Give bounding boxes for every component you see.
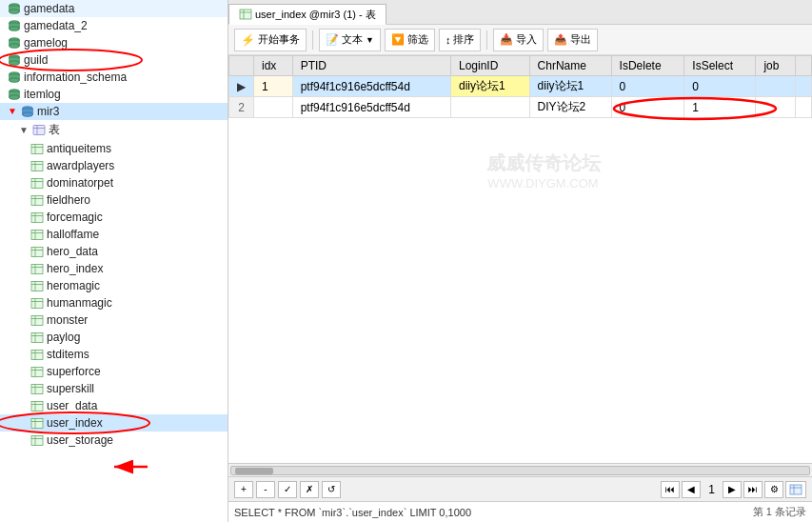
sidebar-item-mir3[interactable]: ▼ mir3 bbox=[0, 103, 228, 120]
sidebar-label-fieldhero: fieldhero bbox=[47, 193, 90, 207]
filter-icon: 🔽 bbox=[391, 33, 405, 46]
pagination-settings-button[interactable]: ⚙ bbox=[764, 481, 783, 498]
col-idx[interactable]: idx bbox=[254, 56, 293, 76]
sidebar-item-fieldhero[interactable]: fieldhero bbox=[0, 191, 228, 209]
transaction-button[interactable]: ⚡ 开始事务 bbox=[234, 29, 307, 51]
table-row[interactable]: 2 ptf94f1c916e5dcff54d DIY论坛2 0 1 bbox=[229, 97, 812, 118]
cell-filler-1 bbox=[796, 76, 812, 97]
sidebar-item-halloffame[interactable]: halloffame bbox=[0, 226, 228, 243]
col-isselect[interactable]: IsSelect bbox=[684, 56, 756, 76]
cancel-button[interactable]: ✗ bbox=[300, 481, 319, 498]
col-chrname[interactable]: ChrName bbox=[529, 56, 611, 76]
text-button[interactable]: 📝 文本 ▼ bbox=[319, 29, 381, 51]
sidebar-label-stditems: stditems bbox=[47, 348, 89, 361]
toolbar: ⚡ 开始事务 📝 文本 ▼ 🔽 筛选 ↕ 排序 📥 导入 bbox=[228, 25, 812, 55]
sidebar-label-antiqueitems: antiqueitems bbox=[47, 142, 111, 155]
sidebar-label-awardplayers: awardplayers bbox=[47, 159, 114, 172]
add-row-button[interactable]: + bbox=[234, 481, 253, 498]
sidebar-item-forcemagic[interactable]: forcemagic bbox=[0, 209, 228, 226]
sort-button[interactable]: ↕ 排序 bbox=[439, 29, 482, 51]
cell-loginid-2[interactable] bbox=[450, 97, 529, 118]
sidebar-item-hero-data[interactable]: hero_data bbox=[0, 243, 228, 260]
sidebar-item-antiqueitems[interactable]: antiqueitems bbox=[0, 140, 228, 157]
import-button[interactable]: 📥 导入 bbox=[493, 29, 544, 51]
sort-icon: ↕ bbox=[446, 34, 451, 46]
sidebar-item-information-schema[interactable]: information_schema bbox=[0, 69, 228, 86]
svg-rect-34 bbox=[31, 195, 43, 205]
cell-isdelete-1[interactable]: 0 bbox=[611, 76, 684, 97]
table-view-button[interactable] bbox=[785, 481, 806, 498]
sidebar-item-humanmagic[interactable]: humanmagic bbox=[0, 294, 228, 311]
sidebar-label-gamedata2: gamedata_2 bbox=[24, 19, 88, 32]
cell-job-2[interactable] bbox=[756, 97, 796, 118]
col-job[interactable]: job bbox=[756, 56, 796, 76]
sidebar-item-monster[interactable]: monster bbox=[0, 311, 228, 329]
svg-rect-55 bbox=[31, 315, 43, 325]
sidebar-item-stditems[interactable]: stditems bbox=[0, 346, 228, 363]
sidebar-item-gamedata2[interactable]: gamedata_2 bbox=[0, 17, 228, 34]
transaction-icon: ⚡ bbox=[241, 33, 255, 47]
cell-idx-1[interactable]: 1 bbox=[254, 76, 293, 97]
sidebar-item-gamelog[interactable]: gamelog bbox=[0, 34, 228, 51]
sidebar-item-heromagic[interactable]: heromagic bbox=[0, 277, 228, 294]
next-page-button[interactable]: ▶ bbox=[723, 481, 742, 498]
cell-chrname-2[interactable]: DIY论坛2 bbox=[529, 97, 611, 118]
tab-user-index[interactable]: user_index @mir3 (1) - 表 bbox=[228, 4, 386, 25]
filter-button[interactable]: 🔽 筛选 bbox=[385, 29, 435, 51]
svg-point-2 bbox=[10, 9, 20, 12]
sidebar-item-user-index[interactable]: user_index bbox=[0, 414, 228, 432]
cell-isselect-1[interactable]: 0 bbox=[684, 76, 756, 97]
sidebar-item-superforce[interactable]: superforce bbox=[0, 363, 228, 380]
cell-isselect-2[interactable]: 1 bbox=[684, 97, 756, 118]
export-button[interactable]: 📤 导出 bbox=[547, 29, 598, 51]
prev-page-button[interactable]: ◀ bbox=[682, 481, 701, 498]
sidebar-label-user-storage: user_storage bbox=[47, 433, 113, 447]
refresh-button[interactable]: ↺ bbox=[322, 481, 341, 498]
sidebar-item-guild[interactable]: guild bbox=[0, 51, 228, 69]
cell-ptid-2[interactable]: ptf94f1c916e5dcff54d bbox=[292, 97, 450, 118]
sidebar-label-halloffame: halloffame bbox=[47, 228, 99, 241]
separator1 bbox=[312, 30, 313, 50]
sidebar-item-gamedata[interactable]: gamedata bbox=[0, 0, 228, 17]
export-label: 导出 bbox=[570, 32, 591, 47]
sidebar-item-user-storage[interactable]: user_storage bbox=[0, 432, 228, 449]
confirm-button[interactable]: ✓ bbox=[278, 481, 297, 498]
sidebar-item-itemlog[interactable]: itemlog bbox=[0, 86, 228, 103]
sidebar-item-superskill[interactable]: superskill bbox=[0, 380, 228, 397]
cell-job-1[interactable] bbox=[756, 76, 796, 97]
cell-chrname-1[interactable]: diiy论坛1 bbox=[529, 76, 611, 97]
cell-ptid-1[interactable]: ptf94f1c916e5dcff54d bbox=[292, 76, 450, 97]
sidebar-item-user-data[interactable]: user_data bbox=[0, 397, 228, 414]
col-isdelete[interactable]: IsDelete bbox=[611, 56, 684, 76]
import-label: 导入 bbox=[516, 32, 537, 47]
sidebar-item-dominatorpet[interactable]: dominatorpet bbox=[0, 174, 228, 191]
last-page-button[interactable]: ⏭ bbox=[743, 481, 762, 498]
col-ptid[interactable]: PTID bbox=[292, 56, 450, 76]
delete-row-button[interactable]: - bbox=[256, 481, 275, 498]
cell-isdelete-2[interactable]: 0 bbox=[611, 97, 684, 118]
dropdown-arrow-icon: ▼ bbox=[366, 35, 374, 45]
sidebar-item-awardplayers[interactable]: awardplayers bbox=[0, 157, 228, 174]
svg-point-5 bbox=[10, 26, 20, 30]
sidebar-label-dominatorpet: dominatorpet bbox=[47, 176, 113, 190]
svg-rect-22 bbox=[33, 126, 45, 135]
sidebar-item-tables-folder[interactable]: ▼ 表 bbox=[0, 120, 228, 140]
record-count: 第 1 条记录 bbox=[753, 505, 806, 519]
first-page-button[interactable]: ⏮ bbox=[661, 481, 680, 498]
svg-rect-49 bbox=[31, 281, 43, 291]
sidebar-label-humanmagic: humanmagic bbox=[47, 296, 112, 310]
cell-idx-2[interactable] bbox=[254, 97, 293, 118]
cell-loginid-1[interactable]: diiy论坛1 bbox=[450, 76, 529, 97]
h-scroll-track[interactable] bbox=[230, 466, 810, 475]
h-scrollbar[interactable] bbox=[228, 463, 812, 476]
chevron-down-icon-tables: ▼ bbox=[19, 125, 30, 136]
col-loginid[interactable]: LoginID bbox=[450, 56, 529, 76]
table-area[interactable]: 威威传奇论坛 WWW.DIYGM.COM idx PTID LoginID Ch… bbox=[228, 55, 812, 463]
sidebar-item-hero-index[interactable]: hero_index bbox=[0, 260, 228, 277]
svg-rect-61 bbox=[31, 350, 43, 359]
sidebar-item-paylog[interactable]: paylog bbox=[0, 329, 228, 346]
data-table: idx PTID LoginID ChrName IsDelete IsSele… bbox=[228, 55, 812, 118]
svg-rect-58 bbox=[31, 332, 43, 342]
tab-label: user_index @mir3 (1) - 表 bbox=[255, 8, 376, 22]
table-row[interactable]: ▶ 1 ptf94f1c916e5dcff54d diiy论坛1 diiy论坛1… bbox=[229, 76, 812, 97]
